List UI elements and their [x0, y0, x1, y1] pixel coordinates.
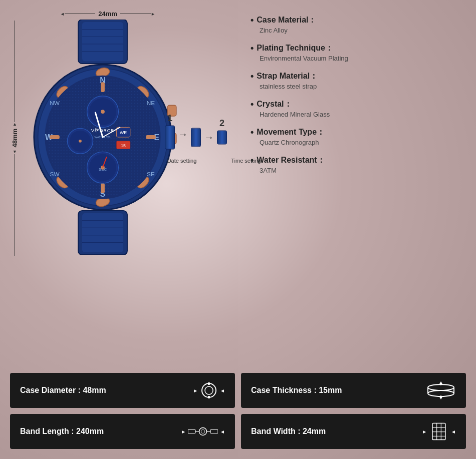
svg-rect-74	[210, 429, 218, 433]
svg-point-32	[101, 110, 105, 114]
arrow-up-icon: ▲	[13, 122, 17, 127]
height-label: 48mm	[10, 127, 20, 150]
svg-rect-69	[188, 429, 195, 433]
v-line-bottom	[15, 154, 15, 256]
height-dimension: ▲ 48mm ▼	[10, 21, 20, 256]
arrow-right-icon: ►	[151, 12, 155, 17]
step-arrow-2: →	[204, 132, 214, 143]
band-width-svg	[429, 422, 449, 440]
svg-text:NE: NE	[147, 100, 155, 106]
crown-labels: Date setting Time setting	[165, 158, 263, 164]
spec-plating: Plating Technique： Environmental Vacuum …	[251, 43, 456, 62]
bottom-section: Case Diameter : 48mm ► ◄ Case Thickness …	[0, 373, 476, 459]
watch-row: ▲ 48mm ▼	[10, 20, 183, 257]
info-bar-diameter-label: Case Diameter : 48mm	[20, 386, 106, 395]
page-content: ◄ 24mm ► ▲ 48mm ▼	[0, 0, 476, 459]
spec-case-material: Case Material： Zinc Alloy	[251, 15, 456, 34]
spec-water: Water Resistant： 3ATM	[251, 155, 456, 174]
crown-step-1-num: 1	[167, 113, 172, 124]
svg-rect-75	[432, 423, 445, 439]
svg-rect-51	[82, 213, 123, 252]
spec-crystal-value: Hardened Mineral Glass	[260, 111, 456, 118]
svg-point-57	[202, 383, 216, 397]
v-line-top	[15, 21, 15, 122]
spec-strap: Strap Material： stainless steel strap	[251, 71, 456, 90]
h-line-left	[65, 14, 95, 14]
info-bar-thickness: Case Thickness : 15mm	[241, 373, 466, 408]
info-bar-band-length: Band Length : 240mm ► ◄	[10, 414, 235, 449]
crown-step-2: 2	[217, 118, 227, 145]
svg-rect-28	[50, 135, 60, 139]
svg-text:SE: SE	[147, 171, 155, 177]
width-dimension: ◄ 24mm ►	[60, 10, 155, 18]
arrow-down-icon: ▼	[13, 150, 17, 154]
spec-movement-value: Quartz Chronograph	[260, 139, 456, 146]
arrow-left-icon: ◄	[60, 12, 65, 17]
width-label: 24mm	[95, 10, 120, 18]
spec-strap-label: Strap Material：	[251, 71, 456, 82]
svg-marker-66	[439, 381, 442, 384]
h-line-right	[120, 14, 151, 14]
svg-point-39	[79, 140, 82, 143]
svg-rect-1	[82, 22, 123, 61]
step-arrow-1: →	[178, 129, 188, 140]
info-bar-band-width: Band Width : 24mm ► ◄	[241, 414, 466, 449]
info-bar-band-length-label: Band Length : 240mm	[20, 427, 104, 436]
crown-mid-shape	[191, 128, 201, 147]
svg-rect-26	[101, 82, 105, 92]
svg-marker-68	[439, 397, 442, 399]
right-panel: Case Material： Zinc Alloy Plating Techni…	[241, 10, 466, 368]
diameter-icon: ► ◄	[193, 381, 225, 399]
svg-text:15: 15	[121, 143, 126, 148]
svg-text:N: N	[95, 127, 99, 132]
svg-text:NW: NW	[50, 100, 60, 106]
svg-point-71	[199, 428, 207, 435]
watch-image: N NE SE NW SW S W E	[23, 20, 183, 257]
spec-water-label: Water Resistant：	[251, 155, 456, 166]
crown-step-1-label: Date setting	[165, 158, 199, 164]
case-thickness-icon	[426, 381, 456, 399]
info-bar-band-width-label: Band Width : 24mm	[251, 427, 326, 436]
spec-plating-value: Environmental Vacuum Plating	[260, 55, 456, 62]
crown-diagram: 1 → → 2	[165, 113, 263, 164]
spec-plating-label: Plating Technique：	[251, 43, 456, 54]
spec-crystal-label: Crystal：	[251, 99, 456, 110]
band-length-svg	[188, 424, 218, 439]
spec-strap-value: stainless steel strap	[260, 83, 456, 90]
spec-movement-label: Movement Type：	[251, 127, 456, 138]
left-panel: ◄ 24mm ► ▲ 48mm ▼	[10, 10, 241, 368]
crown-step-2-num: 2	[219, 118, 224, 129]
svg-point-72	[201, 429, 205, 433]
thickness-icon	[426, 381, 456, 399]
top-section: ◄ 24mm ► ▲ 48mm ▼	[0, 0, 476, 373]
svg-rect-59	[208, 382, 210, 385]
svg-point-58	[205, 386, 213, 394]
svg-rect-60	[208, 396, 210, 398]
spec-crystal: Crystal： Hardened Mineral Glass	[251, 99, 456, 118]
svg-text:SW: SW	[50, 171, 60, 177]
watch-face-icon	[200, 381, 218, 399]
crown-shape-2	[217, 131, 227, 145]
spec-water-value: 3ATM	[260, 167, 456, 174]
spec-case-material-value: Zinc Alloy	[260, 27, 456, 34]
spec-case-material-label: Case Material：	[251, 15, 456, 26]
info-bar-thickness-label: Case Thickness : 15mm	[251, 386, 342, 395]
band-width-icon: ► ◄	[422, 422, 456, 440]
svg-rect-29	[146, 135, 156, 139]
spec-movement: Movement Type： Quartz Chronograph	[251, 127, 456, 146]
info-bar-diameter: Case Diameter : 48mm ► ◄	[10, 373, 235, 408]
crown-steps-row: 1 → → 2	[165, 113, 227, 150]
crown-step-2-label: Time setting	[229, 158, 263, 164]
svg-text:WE: WE	[120, 130, 127, 135]
svg-rect-27	[101, 183, 105, 193]
crown-step-1: 1	[165, 113, 175, 150]
watch-svg: N NE SE NW SW S W E	[23, 20, 183, 255]
band-length-icon: ► ◄	[181, 424, 225, 439]
crown-shape-1	[165, 126, 175, 150]
